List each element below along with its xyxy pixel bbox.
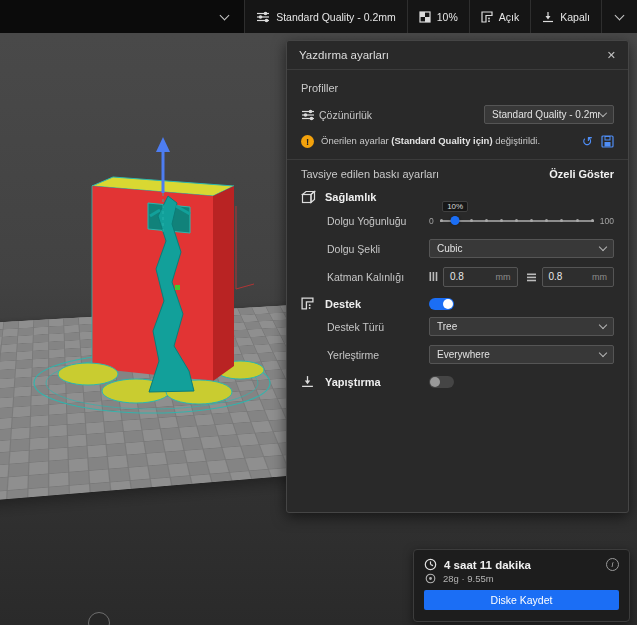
save-to-disk-button[interactable]: Diske Kaydet bbox=[424, 590, 619, 610]
support-toggle[interactable] bbox=[429, 298, 454, 310]
top-bottom-thickness-value: 0.8 bbox=[549, 271, 563, 282]
support-summary-segment[interactable]: Açık bbox=[469, 0, 530, 33]
job-summary-card: 4 saat 11 dakika i 28g · 9.55m Diske Kay… bbox=[413, 549, 630, 622]
profiles-heading: Profiller bbox=[301, 82, 614, 94]
infill-density-row: Dolgu Yoğunluğu 0 10% 100 bbox=[301, 208, 614, 233]
adhesion-section-icon bbox=[301, 375, 325, 388]
top-bottom-thickness-input[interactable]: 0.8 mm bbox=[542, 267, 615, 287]
shell-thickness-row: Katman Kalınlığı 0.8 mm bbox=[301, 264, 614, 289]
support-icon bbox=[481, 11, 493, 23]
slider-ticks bbox=[440, 219, 594, 222]
panel-title: Yazdırma ayarları bbox=[299, 49, 389, 61]
profile-summary-segment[interactable]: Standard Quality - 0.2mm bbox=[244, 0, 407, 33]
slider-tooltip: 10% bbox=[442, 201, 468, 212]
support-summary-label: Açık bbox=[499, 11, 519, 23]
chevron-down-icon bbox=[599, 349, 607, 357]
x-axis-indicator bbox=[236, 206, 254, 289]
slider-min-label: 0 bbox=[429, 216, 434, 226]
show-custom-button[interactable]: Özeli Göster bbox=[549, 168, 614, 180]
print-time-estimate: 4 saat 11 dakika bbox=[444, 559, 599, 571]
panel-header: Yazdırma ayarları ✕ bbox=[287, 41, 628, 70]
support-placement-row: Yerleştirme Everywhere bbox=[301, 342, 614, 367]
infill-summary-label: 10% bbox=[437, 11, 458, 23]
resolution-dropdown[interactable]: Standard Quality - 0.2mm bbox=[484, 105, 614, 124]
modified-settings-warning: ! Önerilen ayarlar (Standard Quality içi… bbox=[301, 131, 614, 151]
strength-title: Sağlamlık bbox=[325, 191, 614, 203]
chevron-down-icon bbox=[615, 10, 625, 20]
wall-thickness-input[interactable]: 0.8 mm bbox=[443, 267, 518, 287]
adhesion-section-header: Yapıştırma bbox=[301, 375, 614, 388]
wall-thickness-unit: mm bbox=[496, 272, 511, 282]
resolution-value: Standard Quality - 0.2mm bbox=[492, 109, 600, 120]
divider bbox=[287, 159, 628, 160]
infill-pattern-row: Dolgu Şekli Cubic bbox=[301, 236, 614, 261]
infill-pattern-label: Dolgu Şekli bbox=[301, 243, 429, 255]
infill-icon bbox=[419, 11, 431, 23]
chevron-down-icon bbox=[599, 321, 607, 329]
printer-selector[interactable] bbox=[0, 0, 244, 33]
top-bottom-thickness-icon bbox=[526, 268, 537, 286]
support-placement-dropdown[interactable]: Everywhere bbox=[429, 345, 614, 364]
adhesion-icon bbox=[542, 11, 554, 23]
material-icon bbox=[425, 573, 436, 584]
chevron-down-icon bbox=[220, 10, 230, 20]
resolution-row: Çözünürlük Standard Quality - 0.2mm bbox=[301, 102, 614, 127]
resolution-icon bbox=[301, 109, 319, 121]
support-placement-value: Everywhere bbox=[437, 349, 490, 360]
settings-summary-caret[interactable] bbox=[601, 0, 637, 33]
warning-text: Önerilen ayarlar (Standard Quality için)… bbox=[321, 135, 575, 147]
adhesion-summary-label: Kapalı bbox=[560, 11, 590, 23]
sliders-icon bbox=[256, 11, 270, 23]
slider-handle[interactable] bbox=[451, 216, 460, 225]
support-section-icon bbox=[301, 297, 325, 310]
print-settings-panel: Yazdırma ayarları ✕ Profiller Çözünürlük… bbox=[286, 40, 629, 513]
shell-thickness-label: Katman Kalınlığı bbox=[301, 271, 429, 283]
infill-summary-segment[interactable]: 10% bbox=[407, 0, 469, 33]
support-type-value: Tree bbox=[437, 321, 457, 332]
adhesion-summary-segment[interactable]: Kapalı bbox=[530, 0, 601, 33]
support-section-header: Destek bbox=[301, 297, 614, 310]
infill-density-label: Dolgu Yoğunluğu bbox=[301, 215, 429, 227]
support-type-label: Destek Türü bbox=[301, 321, 429, 333]
info-icon[interactable]: i bbox=[606, 558, 619, 571]
resolution-label: Çözünürlük bbox=[319, 109, 484, 121]
wall-thickness-icon bbox=[429, 268, 438, 286]
material-estimate: 28g · 9.55m bbox=[443, 573, 494, 584]
clock-icon bbox=[424, 558, 437, 571]
adhesion-toggle[interactable] bbox=[429, 376, 454, 388]
recommended-heading: Tavsiye edilen baskı ayarları bbox=[301, 168, 439, 180]
close-icon[interactable]: ✕ bbox=[607, 50, 616, 61]
top-bottom-thickness-unit: mm bbox=[592, 272, 607, 282]
support-type-row: Destek Türü Tree bbox=[301, 314, 614, 339]
profile-summary-label: Standard Quality - 0.2mm bbox=[276, 11, 396, 23]
adhesion-title: Yapıştırma bbox=[325, 376, 429, 388]
infill-slider[interactable]: 10% bbox=[440, 213, 594, 229]
chevron-down-icon bbox=[599, 243, 607, 251]
strength-icon bbox=[301, 190, 325, 204]
origin-indicator bbox=[175, 285, 180, 290]
wall-thickness-value: 0.8 bbox=[450, 271, 464, 282]
slider-max-label: 100 bbox=[600, 216, 614, 226]
recommended-row: Tavsiye edilen baskı ayarları Özeli Göst… bbox=[301, 168, 614, 180]
top-bar: Standard Quality - 0.2mm 10% Açık Kapa bbox=[0, 0, 637, 33]
support-type-dropdown[interactable]: Tree bbox=[429, 317, 614, 336]
infill-pattern-dropdown[interactable]: Cubic bbox=[429, 239, 614, 258]
warning-icon: ! bbox=[301, 135, 314, 148]
print-settings-summary[interactable]: Standard Quality - 0.2mm 10% Açık Kapa bbox=[244, 0, 637, 33]
infill-pattern-value: Cubic bbox=[437, 243, 463, 254]
reset-changes-icon[interactable]: ↺ bbox=[582, 135, 593, 148]
support-placement-label: Yerleştirme bbox=[301, 349, 429, 361]
save-profile-icon[interactable] bbox=[601, 135, 614, 148]
support-title: Destek bbox=[325, 298, 429, 310]
